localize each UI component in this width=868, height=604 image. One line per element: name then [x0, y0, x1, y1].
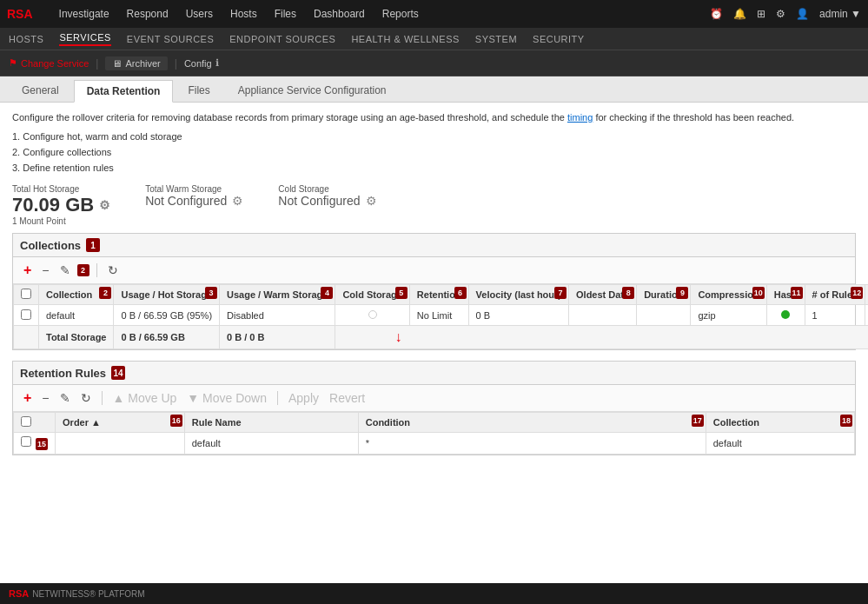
col-compression: Compression 10 [691, 285, 766, 305]
nav-dashboard[interactable]: Dashboard [314, 8, 365, 20]
bottom-bar: RSA NETWITNESS® PLATFORM [0, 583, 868, 604]
subnav-hosts[interactable]: HOSTS [9, 34, 43, 44]
retention-rules-table-header: Order ▲ 16 Rule Name Condition 17 Collec… [14, 413, 855, 433]
rules-add-button[interactable]: + [20, 388, 35, 408]
red-arrow-icon: ↓ [342, 329, 868, 345]
toolbar-sep1 [96, 263, 97, 277]
config-label: Config [184, 58, 212, 69]
col-rules: # of Rules 12 [805, 285, 865, 305]
collections-total-row: Total Storage 0 B / 66.59 GB 0 B / 0 B ↓ [14, 326, 869, 349]
row-hash [766, 305, 805, 326]
rules-table-row: 15 default * default [14, 433, 855, 455]
collections-table: Collection 2 Usage / Hot Storage 3 Usage… [13, 284, 868, 349]
col-collection: Collection 2 [39, 285, 114, 305]
rules-row-checkbox[interactable] [21, 436, 31, 447]
col-cold-storage: Cold Storage 5 [335, 285, 409, 305]
subnav-health-wellness[interactable]: HEALTH & WELLNESS [351, 34, 459, 44]
total-label: Total Storage [39, 326, 114, 349]
nav-users[interactable]: Users [186, 8, 213, 20]
cold-storage-value: Not Configured ⚙ [278, 194, 376, 208]
retention-rules-header: Retention Rules 14 [13, 362, 855, 385]
retention-rules-badge: 14 [111, 366, 125, 380]
subnav-event-sources[interactable]: EVENT SOURCES [127, 34, 214, 44]
config-button[interactable]: Config ℹ [184, 57, 219, 69]
warm-storage-gear-icon[interactable]: ⚙ [232, 194, 243, 208]
hot-storage-item: Total Hot Storage 70.09 GB ⚙ 1 Mount Poi… [12, 184, 110, 226]
admin-label[interactable]: admin ▼ [819, 8, 861, 20]
rules-apply-button[interactable]: Apply [285, 389, 322, 407]
collections-table-header: Collection 2 Usage / Hot Storage 3 Usage… [14, 285, 869, 305]
col-num-11: 11 [791, 287, 803, 299]
rules-edit-button[interactable]: ✎ [56, 389, 74, 407]
bottom-platform: NETWITNESS® PLATFORM [32, 589, 144, 599]
cold-storage-gear-icon[interactable]: ⚙ [366, 194, 377, 208]
col-num-5: 5 [395, 287, 407, 299]
subnav-security[interactable]: SECURITY [533, 34, 585, 44]
rules-revert-button[interactable]: Revert [326, 389, 368, 407]
row-warm-storage: Disabled [220, 305, 335, 326]
bell-icon[interactable]: 🔔 [733, 8, 746, 20]
retention-rules-section: Retention Rules 14 + − ✎ ↻ ▲ Move Up ▼ M… [12, 361, 856, 455]
nav-investigate[interactable]: Investigate [59, 8, 109, 20]
sub-navigation: HOSTS SERVICES EVENT SOURCES ENDPOINT SO… [0, 28, 868, 50]
rules-sep1 [102, 391, 103, 405]
timing-link[interactable]: timing [567, 112, 593, 123]
archiver-button[interactable]: 🖥 Archiver [105, 56, 167, 70]
rules-refresh-button[interactable]: ↻ [77, 389, 95, 407]
nav-respond[interactable]: Respond [127, 8, 169, 20]
row-hot-storage: 0 B / 66.59 GB (95%) [114, 305, 220, 326]
rules-select-all-checkbox[interactable] [21, 416, 31, 427]
select-all-checkbox[interactable] [21, 289, 31, 299]
grid-icon[interactable]: ⊞ [757, 8, 765, 20]
cold-storage-item: Cold Storage Not Configured ⚙ [278, 184, 376, 208]
col-oldest-date: Oldest Date 8 [569, 285, 637, 305]
tab-general[interactable]: General [9, 79, 72, 102]
subnav-system[interactable]: SYSTEM [475, 34, 517, 44]
tab-bar: General Data Retention Files Appliance S… [0, 76, 868, 103]
hot-storage-value: 70.09 GB ⚙ [12, 194, 110, 216]
tools-icon[interactable]: ⚙ [776, 8, 785, 20]
warm-storage-label: Total Warm Storage [145, 184, 243, 194]
retention-rules-title: Retention Rules [20, 367, 106, 380]
hot-storage-gear-icon[interactable]: ⚙ [99, 198, 110, 212]
collections-refresh-button[interactable]: ↻ [104, 262, 122, 279]
rules-col-checkbox [14, 413, 56, 433]
tab-appliance-service-config[interactable]: Appliance Service Configuration [225, 79, 400, 102]
collections-header: Collections 1 [13, 234, 855, 257]
collections-toolbar: + − ✎ 2 ↻ [13, 257, 855, 284]
toolbar-badge-2: 2 [77, 264, 89, 276]
row-compression: gzip [691, 305, 766, 326]
description-suffix: for checking if the threshold has been r… [595, 112, 794, 123]
change-service-label: Change Service [21, 58, 89, 69]
rules-col-order: Order ▲ 16 [56, 413, 185, 433]
nav-reports[interactable]: Reports [382, 8, 419, 20]
hash-status-icon [781, 310, 790, 319]
subnav-services[interactable]: SERVICES [59, 32, 110, 46]
clock-icon[interactable]: ⏰ [710, 8, 723, 20]
total-warm: 0 B / 0 B [220, 326, 335, 349]
badge-15: 15 [36, 438, 48, 450]
col-num-17: 17 [692, 415, 704, 427]
total-hot: 0 B / 66.59 GB [114, 326, 220, 349]
collections-add-button[interactable]: + [20, 261, 35, 280]
rules-move-up-button[interactable]: ▲ Move Up [109, 389, 181, 407]
row-cold-storage [335, 305, 409, 326]
rules-move-down-button[interactable]: ▼ Move Down [183, 389, 270, 407]
tab-files[interactable]: Files [175, 79, 222, 102]
row-checkbox[interactable] [21, 309, 31, 320]
change-service-button[interactable]: ⚑ Change Service [9, 57, 89, 69]
subnav-endpoint-sources[interactable]: ENDPOINT SOURCES [229, 34, 335, 44]
step-3: 3. Define retention rules [12, 161, 856, 176]
user-icon[interactable]: 👤 [796, 8, 809, 20]
col-num-3: 3 [205, 287, 217, 299]
service-bar: ⚑ Change Service | 🖥 Archiver | Config ℹ [0, 50, 868, 76]
config-info-icon: ℹ [215, 57, 219, 69]
storage-summary: Total Hot Storage 70.09 GB ⚙ 1 Mount Poi… [12, 184, 856, 226]
collections-remove-button[interactable]: − [38, 262, 52, 279]
rules-remove-button[interactable]: − [38, 389, 52, 407]
nav-files[interactable]: Files [275, 8, 296, 20]
nav-hosts[interactable]: Hosts [230, 8, 257, 20]
collections-edit-button[interactable]: ✎ [56, 262, 74, 279]
tab-data-retention[interactable]: Data Retention [74, 80, 174, 103]
col-num-16: 16 [170, 415, 182, 427]
